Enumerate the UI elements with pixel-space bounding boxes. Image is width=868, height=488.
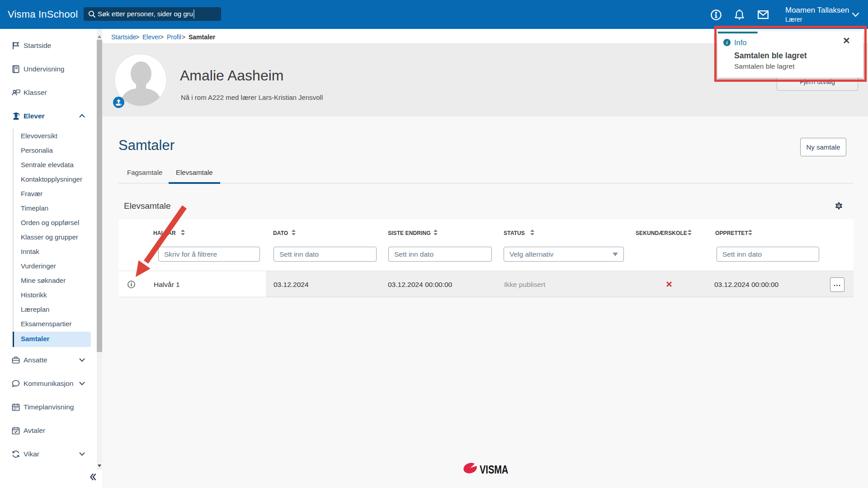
svg-text:VISMA: VISMA [480, 463, 508, 475]
